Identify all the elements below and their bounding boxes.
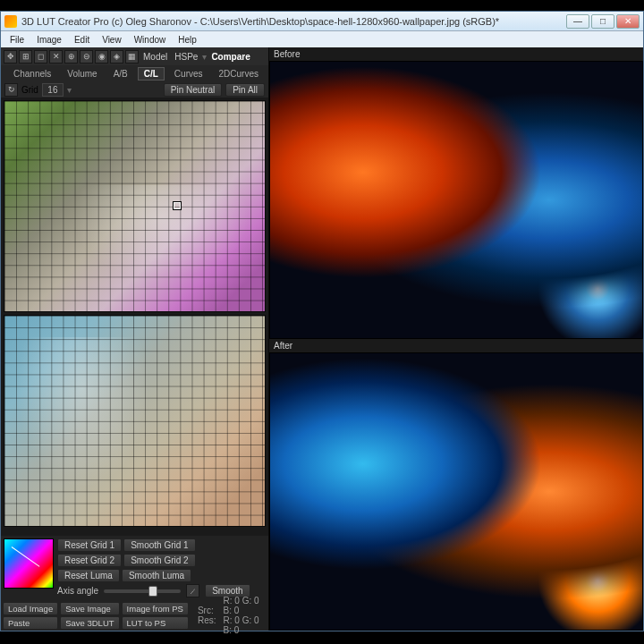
app-window: 3D LUT Creator Pro (c) Oleg Sharonov - C… [0,11,644,631]
pin-all-button[interactable]: Pin All [225,83,265,97]
after-label: After [269,339,643,352]
save-image-button[interactable]: Save Image [60,602,119,615]
menu-image[interactable]: Image [31,34,67,46]
model-label: Model [140,52,170,62]
maximize-button[interactable]: □ [591,14,614,29]
menubar: File Image Edit View Window Help [1,31,643,47]
tool-hand-icon[interactable]: ✥ [4,50,17,64]
tool-zoom-in-icon[interactable]: ⊕ [64,50,78,64]
tool-grid-icon[interactable]: ▦ [125,50,139,64]
tool-cross-icon[interactable]: ✕ [49,50,63,64]
grid-size-value[interactable]: 16 [42,83,64,97]
compare-button[interactable]: Compare [208,52,252,62]
reset-luma-button[interactable]: Reset Luma [57,569,120,582]
tool-move-icon[interactable]: ⊞ [19,50,32,64]
lut-to-ps-button[interactable]: LUT to PS [122,616,189,630]
reset-grid2-button[interactable]: Reset Grid 2 [57,554,122,567]
smooth-grid2-button[interactable]: Smooth Grid 2 [123,554,195,567]
tab-cl[interactable]: C/L [138,67,165,80]
pin-neutral-button[interactable]: Pin Neutral [164,83,222,97]
grid-marker[interactable] [174,202,181,209]
color-grid-1[interactable] [4,100,266,312]
titlebar[interactable]: 3D LUT Creator Pro (c) Oleg Sharonov - C… [1,12,643,31]
tool-zoom-out-icon[interactable]: ⊖ [80,50,93,64]
axis-angle-label: Axis angle [57,586,98,596]
tab-channels[interactable]: Channels [7,67,57,80]
menu-edit[interactable]: Edit [69,34,95,46]
hspe-label[interactable]: HSPe [172,52,200,62]
grid-control-bar: ↻ Grid 16 ▾ Pin Neutral Pin All [1,81,268,97]
reset-icon[interactable]: ↻ [4,83,18,97]
smooth-grid1-button[interactable]: Smooth Grid 1 [123,538,195,552]
slider-thumb[interactable] [148,586,157,597]
app-icon [4,15,17,28]
before-label: Before [269,47,643,61]
color-grid-2[interactable] [4,315,266,527]
left-panel: ✥ ⊞ ◻ ✕ ⊕ ⊖ ◉ ◈ ▦ Model HSPe ▾ Compare C… [1,47,269,631]
info-readout: Src: Res: R: 0 G: 0 B: 0 R: 0 G: 0 B: 0 [191,602,267,629]
reset-grid1-button[interactable]: Reset Grid 1 [57,538,122,552]
tool-picker-icon[interactable]: ◈ [110,50,123,64]
grid-buttons-panel: Reset Grid 1 Smooth Grid 1 Reset Grid 2 … [1,536,268,600]
after-preview[interactable] [269,352,643,631]
axis-angle-slider[interactable] [104,589,181,593]
content-area: ✥ ⊞ ◻ ✕ ⊕ ⊖ ◉ ◈ ▦ Model HSPe ▾ Compare C… [1,47,643,631]
color-preview-swatch[interactable] [4,538,54,589]
tool-select-icon[interactable]: ◻ [34,50,47,64]
menu-help[interactable]: Help [173,34,202,46]
grid-workspace [1,97,268,536]
tab-2dcurves[interactable]: 2DCurves [213,67,265,80]
minimize-button[interactable]: — [566,14,589,29]
tool-rotate-icon[interactable]: ◉ [95,50,108,64]
paste-button[interactable]: Paste [3,616,58,630]
close-button[interactable]: ✕ [616,14,640,29]
angle-tool-icon[interactable]: ⟋ [186,584,199,597]
tab-volume[interactable]: Volume [61,67,103,80]
tab-bar: Channels Volume A/B C/L Curves 2DCurves … [1,65,268,81]
tab-ab[interactable]: A/B [107,67,134,80]
save-3dlut-button[interactable]: Save 3DLUT [60,616,119,630]
window-title: 3D LUT Creator Pro (c) Oleg Sharonov - C… [21,16,566,27]
preview-panel: Before After [269,47,643,631]
image-from-ps-button[interactable]: Image from PS [122,602,189,615]
grid-label: Grid [21,85,38,95]
tab-curves[interactable]: Curves [168,67,209,80]
smooth-luma-button[interactable]: Smooth Luma [122,569,191,582]
menu-window[interactable]: Window [129,34,172,46]
footer-bar: Load Image Paste Save Image Save 3DLUT I… [1,600,268,631]
load-image-button[interactable]: Load Image [3,602,58,615]
before-preview[interactable] [269,61,643,339]
tool-toolbar: ✥ ⊞ ◻ ✕ ⊕ ⊖ ◉ ◈ ▦ Model HSPe ▾ Compare [1,47,268,65]
menu-file[interactable]: File [4,34,30,46]
menu-view[interactable]: View [97,34,127,46]
